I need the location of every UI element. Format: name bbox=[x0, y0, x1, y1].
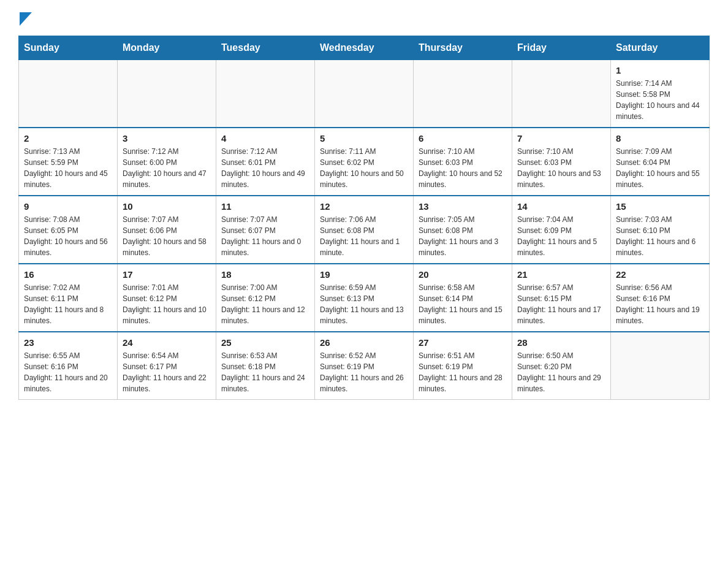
day-info: Sunrise: 6:56 AMSunset: 6:16 PMDaylight:… bbox=[616, 282, 704, 326]
calendar-cell: 28Sunrise: 6:50 AMSunset: 6:20 PMDayligh… bbox=[512, 332, 611, 400]
calendar-cell: 25Sunrise: 6:53 AMSunset: 6:18 PMDayligh… bbox=[216, 332, 315, 400]
day-number: 1 bbox=[616, 65, 704, 75]
calendar-cell bbox=[118, 60, 216, 128]
day-info: Sunrise: 7:06 AMSunset: 6:08 PMDaylight:… bbox=[320, 214, 408, 258]
calendar-cell: 4Sunrise: 7:12 AMSunset: 6:01 PMDaylight… bbox=[216, 128, 315, 196]
day-number: 28 bbox=[517, 337, 605, 348]
logo bbox=[18, 12, 32, 23]
day-info: Sunrise: 6:54 AMSunset: 6:17 PMDaylight:… bbox=[123, 350, 211, 394]
day-info: Sunrise: 7:12 AMSunset: 6:01 PMDaylight:… bbox=[221, 146, 309, 190]
calendar-cell: 15Sunrise: 7:03 AMSunset: 6:10 PMDayligh… bbox=[611, 196, 710, 264]
calendar-week-row: 1Sunrise: 7:14 AMSunset: 5:58 PMDaylight… bbox=[19, 60, 710, 128]
calendar-cell bbox=[414, 60, 512, 128]
day-number: 27 bbox=[419, 337, 507, 348]
calendar-header-row: SundayMondayTuesdayWednesdayThursdayFrid… bbox=[19, 36, 710, 60]
day-info: Sunrise: 6:53 AMSunset: 6:18 PMDaylight:… bbox=[221, 350, 309, 394]
day-number: 15 bbox=[616, 201, 704, 212]
calendar-cell: 10Sunrise: 7:07 AMSunset: 6:06 PMDayligh… bbox=[118, 196, 216, 264]
day-number: 23 bbox=[24, 337, 112, 348]
col-header-monday: Monday bbox=[118, 36, 216, 60]
day-number: 22 bbox=[616, 269, 704, 280]
day-number: 4 bbox=[221, 133, 309, 144]
day-info: Sunrise: 6:52 AMSunset: 6:19 PMDaylight:… bbox=[320, 350, 408, 394]
col-header-tuesday: Tuesday bbox=[216, 36, 315, 60]
day-info: Sunrise: 7:00 AMSunset: 6:12 PMDaylight:… bbox=[221, 282, 309, 326]
col-header-thursday: Thursday bbox=[414, 36, 512, 60]
day-number: 18 bbox=[221, 269, 309, 280]
calendar-cell: 13Sunrise: 7:05 AMSunset: 6:08 PMDayligh… bbox=[414, 196, 512, 264]
calendar-week-row: 16Sunrise: 7:02 AMSunset: 6:11 PMDayligh… bbox=[19, 264, 710, 332]
day-info: Sunrise: 7:12 AMSunset: 6:00 PMDaylight:… bbox=[123, 146, 211, 190]
col-header-wednesday: Wednesday bbox=[315, 36, 414, 60]
day-number: 19 bbox=[320, 269, 408, 280]
calendar-cell: 8Sunrise: 7:09 AMSunset: 6:04 PMDaylight… bbox=[611, 128, 710, 196]
day-info: Sunrise: 7:04 AMSunset: 6:09 PMDaylight:… bbox=[517, 214, 605, 258]
day-info: Sunrise: 7:14 AMSunset: 5:58 PMDaylight:… bbox=[616, 78, 704, 122]
col-header-saturday: Saturday bbox=[611, 36, 710, 60]
day-info: Sunrise: 7:13 AMSunset: 5:59 PMDaylight:… bbox=[24, 146, 112, 190]
day-info: Sunrise: 7:11 AMSunset: 6:02 PMDaylight:… bbox=[320, 146, 408, 190]
day-number: 16 bbox=[24, 269, 112, 280]
calendar-cell bbox=[315, 60, 414, 128]
calendar-cell bbox=[512, 60, 611, 128]
col-header-friday: Friday bbox=[512, 36, 611, 60]
calendar-cell: 21Sunrise: 6:57 AMSunset: 6:15 PMDayligh… bbox=[512, 264, 611, 332]
svg-marker-0 bbox=[20, 12, 32, 26]
calendar-table: SundayMondayTuesdayWednesdayThursdayFrid… bbox=[18, 36, 710, 400]
calendar-cell: 23Sunrise: 6:55 AMSunset: 6:16 PMDayligh… bbox=[19, 332, 118, 400]
day-number: 13 bbox=[419, 201, 507, 212]
day-info: Sunrise: 7:07 AMSunset: 6:07 PMDaylight:… bbox=[221, 214, 309, 258]
calendar-cell: 17Sunrise: 7:01 AMSunset: 6:12 PMDayligh… bbox=[118, 264, 216, 332]
day-info: Sunrise: 7:09 AMSunset: 6:04 PMDaylight:… bbox=[616, 146, 704, 190]
calendar-cell: 12Sunrise: 7:06 AMSunset: 6:08 PMDayligh… bbox=[315, 196, 414, 264]
calendar-cell bbox=[611, 332, 710, 400]
day-info: Sunrise: 6:51 AMSunset: 6:19 PMDaylight:… bbox=[419, 350, 507, 394]
calendar-cell: 1Sunrise: 7:14 AMSunset: 5:58 PMDaylight… bbox=[611, 60, 710, 128]
day-number: 6 bbox=[419, 133, 507, 144]
calendar-week-row: 9Sunrise: 7:08 AMSunset: 6:05 PMDaylight… bbox=[19, 196, 710, 264]
day-number: 26 bbox=[320, 337, 408, 348]
day-info: Sunrise: 6:55 AMSunset: 6:16 PMDaylight:… bbox=[24, 350, 112, 394]
day-info: Sunrise: 7:01 AMSunset: 6:12 PMDaylight:… bbox=[123, 282, 211, 326]
day-info: Sunrise: 6:57 AMSunset: 6:15 PMDaylight:… bbox=[517, 282, 605, 326]
day-number: 2 bbox=[24, 133, 112, 144]
col-header-sunday: Sunday bbox=[19, 36, 118, 60]
day-number: 14 bbox=[517, 201, 605, 212]
day-number: 7 bbox=[517, 133, 605, 144]
calendar-cell: 7Sunrise: 7:10 AMSunset: 6:03 PMDaylight… bbox=[512, 128, 611, 196]
day-number: 12 bbox=[320, 201, 408, 212]
calendar-cell: 20Sunrise: 6:58 AMSunset: 6:14 PMDayligh… bbox=[414, 264, 512, 332]
calendar-cell: 11Sunrise: 7:07 AMSunset: 6:07 PMDayligh… bbox=[216, 196, 315, 264]
page-header bbox=[18, 12, 710, 23]
day-number: 24 bbox=[123, 337, 211, 348]
calendar-cell: 16Sunrise: 7:02 AMSunset: 6:11 PMDayligh… bbox=[19, 264, 118, 332]
calendar-cell: 14Sunrise: 7:04 AMSunset: 6:09 PMDayligh… bbox=[512, 196, 611, 264]
calendar-cell: 19Sunrise: 6:59 AMSunset: 6:13 PMDayligh… bbox=[315, 264, 414, 332]
day-info: Sunrise: 6:50 AMSunset: 6:20 PMDaylight:… bbox=[517, 350, 605, 394]
calendar-week-row: 23Sunrise: 6:55 AMSunset: 6:16 PMDayligh… bbox=[19, 332, 710, 400]
day-info: Sunrise: 7:10 AMSunset: 6:03 PMDaylight:… bbox=[517, 146, 605, 190]
day-number: 20 bbox=[419, 269, 507, 280]
day-number: 8 bbox=[616, 133, 704, 144]
calendar-cell: 9Sunrise: 7:08 AMSunset: 6:05 PMDaylight… bbox=[19, 196, 118, 264]
calendar-cell: 5Sunrise: 7:11 AMSunset: 6:02 PMDaylight… bbox=[315, 128, 414, 196]
day-info: Sunrise: 7:02 AMSunset: 6:11 PMDaylight:… bbox=[24, 282, 112, 326]
day-number: 21 bbox=[517, 269, 605, 280]
calendar-cell bbox=[216, 60, 315, 128]
day-info: Sunrise: 6:58 AMSunset: 6:14 PMDaylight:… bbox=[419, 282, 507, 326]
day-number: 3 bbox=[123, 133, 211, 144]
day-info: Sunrise: 7:03 AMSunset: 6:10 PMDaylight:… bbox=[616, 214, 704, 258]
day-info: Sunrise: 6:59 AMSunset: 6:13 PMDaylight:… bbox=[320, 282, 408, 326]
day-number: 11 bbox=[221, 201, 309, 212]
calendar-cell: 2Sunrise: 7:13 AMSunset: 5:59 PMDaylight… bbox=[19, 128, 118, 196]
calendar-cell: 3Sunrise: 7:12 AMSunset: 6:00 PMDaylight… bbox=[118, 128, 216, 196]
day-number: 10 bbox=[123, 201, 211, 212]
calendar-cell: 27Sunrise: 6:51 AMSunset: 6:19 PMDayligh… bbox=[414, 332, 512, 400]
day-info: Sunrise: 7:07 AMSunset: 6:06 PMDaylight:… bbox=[123, 214, 211, 258]
calendar-cell: 6Sunrise: 7:10 AMSunset: 6:03 PMDaylight… bbox=[414, 128, 512, 196]
day-info: Sunrise: 7:08 AMSunset: 6:05 PMDaylight:… bbox=[24, 214, 112, 258]
day-number: 9 bbox=[24, 201, 112, 212]
day-number: 5 bbox=[320, 133, 408, 144]
day-info: Sunrise: 7:05 AMSunset: 6:08 PMDaylight:… bbox=[419, 214, 507, 258]
day-number: 25 bbox=[221, 337, 309, 348]
